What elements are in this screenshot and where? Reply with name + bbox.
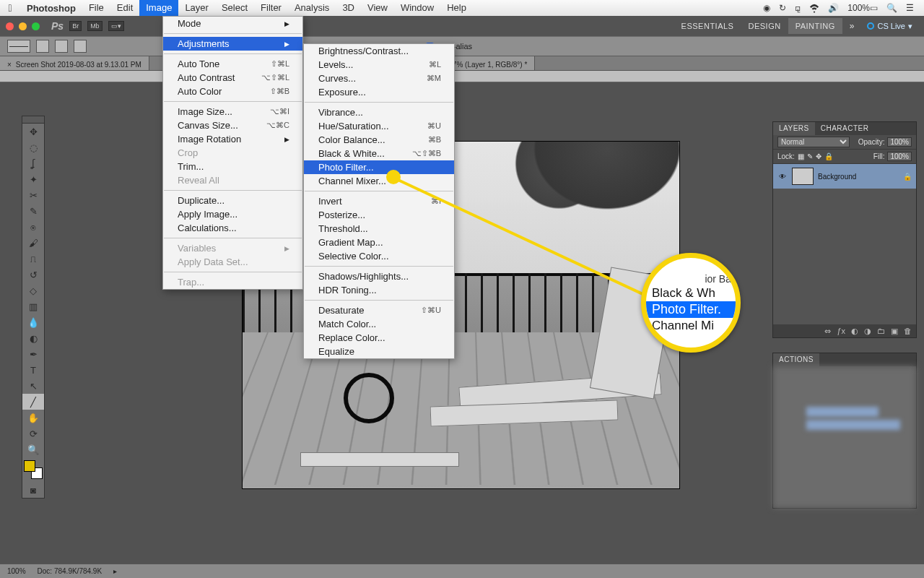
tab-actions[interactable]: ACTIONS [773, 353, 819, 366]
workspace-essentials[interactable]: ESSENTIALS [674, 18, 741, 34]
link-icon[interactable]: ⇔ [824, 327, 831, 336]
wifi-icon[interactable] [809, 3, 819, 13]
hand-tool[interactable]: ✋ [22, 410, 44, 426]
marquee-tool[interactable]: ◌ [22, 139, 44, 155]
menu-view[interactable]: View [361, 0, 394, 16]
image-menu-auto-tone[interactable]: Auto Tone⇧⌘L [163, 57, 302, 71]
menu-image[interactable]: Image [139, 0, 178, 16]
menu-layer[interactable]: Layer [178, 0, 215, 16]
rotate-tool[interactable]: ⟳ [22, 426, 44, 441]
screen-mode[interactable]: ▭▾ [108, 21, 124, 31]
adjustments-brightness-contrast[interactable]: Brightness/Contrast... [304, 44, 454, 58]
adjustments-match-color[interactable]: Match Color... [304, 317, 454, 331]
adjustments-hue-saturation[interactable]: Hue/Saturation...⌘U [304, 119, 454, 133]
adjustments-equalize[interactable]: Equalize [304, 345, 454, 358]
workspace-more[interactable]: » [842, 21, 862, 31]
lock-transparency-icon[interactable]: ▦ [798, 152, 804, 160]
adjustments-desaturate[interactable]: Desaturate⇧⌘U [304, 303, 454, 317]
menu-edit[interactable]: Edit [110, 0, 139, 16]
history-brush-tool[interactable]: ↺ [22, 267, 44, 282]
minimize-button[interactable] [19, 22, 27, 30]
close-button[interactable] [6, 22, 14, 30]
image-menu-auto-contrast[interactable]: Auto Contrast⌥⇧⌘L [163, 71, 302, 85]
battery-status[interactable]: 100% ▭ [847, 3, 878, 13]
adjustments-color-balance[interactable]: Color Balance...⌘B [304, 133, 454, 147]
adjustments-exposure[interactable]: Exposure... [304, 85, 454, 99]
color-swatches[interactable] [24, 460, 43, 479]
adjustments-levels[interactable]: Levels...⌘L [304, 58, 454, 72]
menu-select[interactable]: Select [215, 0, 254, 16]
brush-tool[interactable]: 🖌 [22, 235, 44, 251]
adjustments-photo-filter[interactable]: Photo Filter... [304, 160, 454, 174]
blur-tool[interactable]: 💧 [22, 314, 44, 330]
image-menu-canvas-size[interactable]: Canvas Size...⌥⌘C [163, 118, 302, 132]
workspace-design[interactable]: DESIGN [741, 18, 788, 34]
image-menu-auto-color[interactable]: Auto Color⇧⌘B [163, 85, 302, 98]
new-layer-icon[interactable]: ▣ [891, 327, 898, 336]
image-menu-apply-image[interactable]: Apply Image... [163, 207, 302, 221]
zoom-level[interactable]: 100% [7, 567, 26, 575]
time-machine-icon[interactable]: ↻ [779, 3, 786, 13]
opt-btn-1[interactable] [36, 40, 49, 53]
adjustments-posterize[interactable]: Posterize... [304, 208, 454, 222]
layer-row-background[interactable]: 👁 Background 🔒 [773, 164, 916, 189]
opt-btn-3[interactable] [74, 40, 87, 53]
gradient-tool[interactable]: ▥ [22, 298, 44, 314]
wand-tool[interactable]: ✦ [22, 171, 44, 187]
image-menu-adjustments[interactable]: Adjustments▶ [163, 37, 302, 51]
fx-icon[interactable]: ƒx [837, 327, 845, 335]
spotlight-icon[interactable]: 🔍 [886, 3, 897, 13]
lock-brush-icon[interactable]: ✎ [807, 152, 813, 160]
minibridge-badge[interactable]: Mb [87, 21, 103, 31]
menu-help[interactable]: Help [440, 0, 473, 16]
bluetooth-icon[interactable]: ⚼ [795, 3, 801, 13]
image-menu-duplicate[interactable]: Duplicate... [163, 194, 302, 207]
image-menu-calculations[interactable]: Calculations... [163, 221, 302, 235]
maximize-button[interactable] [32, 22, 40, 30]
menu-file[interactable]: File [82, 0, 110, 16]
move-tool[interactable]: ✥ [22, 124, 44, 139]
image-menu-image-size[interactable]: Image Size...⌥⌘I [163, 105, 302, 118]
adjustments-channel-mixer[interactable]: Channel Mixer... [304, 174, 454, 188]
control-center-icon[interactable]: ☰ [906, 3, 914, 13]
dodge-tool[interactable]: ◐ [22, 330, 44, 346]
zoom-tool[interactable]: 🔍 [22, 441, 44, 457]
quickmask-tool[interactable]: ◙ [22, 482, 44, 498]
ruler-horizontal[interactable] [0, 71, 924, 82]
image-menu-image-rotation[interactable]: Image Rotation▶ [163, 132, 302, 146]
lock-all-icon[interactable]: 🔒 [824, 152, 833, 160]
status-arrow-icon[interactable]: ▸ [113, 567, 117, 575]
eraser-tool[interactable]: ◇ [22, 282, 44, 298]
adjustments-hdr-toning[interactable]: HDR Toning... [304, 283, 454, 297]
image-menu-trim[interactable]: Trim... [163, 160, 302, 173]
eyedropper-tool[interactable]: ✎ [22, 203, 44, 219]
crop-tool[interactable]: ✂ [22, 187, 44, 203]
siri-icon[interactable]: ◉ [763, 3, 770, 13]
image-menu-mode[interactable]: Mode▶ [163, 17, 302, 30]
adjustments-curves[interactable]: Curves...⌘M [304, 72, 454, 85]
adjustments-gradient-map[interactable]: Gradient Map... [304, 236, 454, 249]
tab-layers[interactable]: LAYERS [773, 122, 815, 135]
volume-icon[interactable]: 🔊 [828, 3, 839, 13]
type-tool[interactable]: T [22, 362, 44, 378]
cs-live[interactable]: CS Live▾ [861, 22, 918, 31]
doc-tab-2[interactable]: 7% (Layer 1, RGB/8°) * [445, 56, 535, 70]
pen-tool[interactable]: ✒ [22, 346, 44, 362]
lasso-tool[interactable]: ʆ [22, 155, 44, 171]
lock-move-icon[interactable]: ✥ [816, 152, 821, 160]
path-tool[interactable]: ↖ [22, 378, 44, 394]
visibility-icon[interactable]: 👁 [777, 173, 788, 181]
menu-analysis[interactable]: Analysis [288, 0, 336, 16]
folder-icon[interactable]: 🗀 [877, 327, 885, 335]
apple-menu[interactable]:  [0, 2, 20, 14]
adjustments-replace-color[interactable]: Replace Color... [304, 331, 454, 345]
tab-character[interactable]: CHARACTER [815, 122, 875, 135]
close-icon[interactable]: × [7, 61, 12, 69]
tool-preset[interactable] [7, 40, 30, 53]
workspace-painting[interactable]: PAINTING [788, 18, 842, 34]
bridge-badge[interactable]: Br [69, 21, 82, 31]
adjustments-threshold[interactable]: Threshold... [304, 222, 454, 236]
mask-icon[interactable]: ◐ [851, 327, 858, 336]
trash-icon[interactable]: 🗑 [904, 327, 912, 335]
adjustments-selective-color[interactable]: Selective Color... [304, 249, 454, 263]
